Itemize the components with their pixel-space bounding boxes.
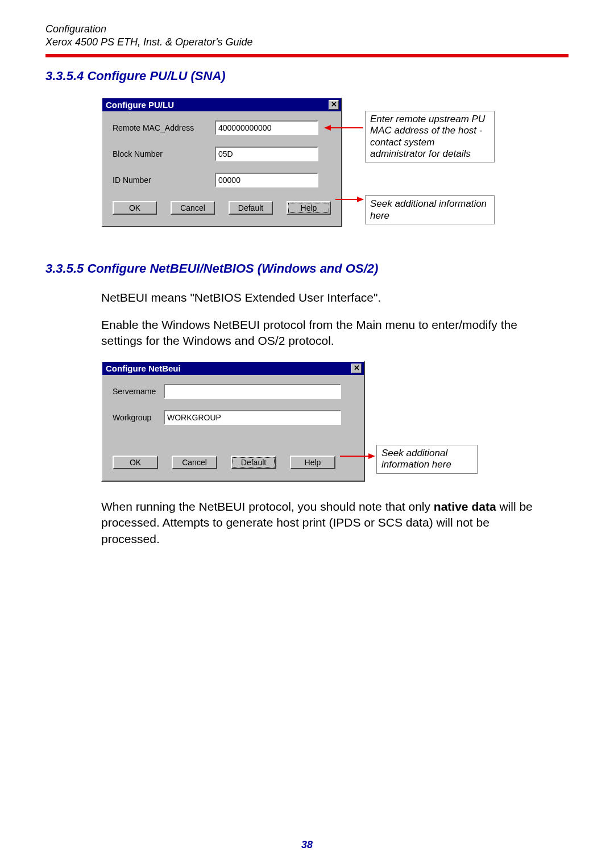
section2-heading: 3.3.5.5 Configure NetBEUI/NetBIOS (Windo…: [45, 261, 569, 276]
label-servername: Servername: [113, 387, 164, 396]
close-icon[interactable]: ✕: [351, 364, 362, 373]
callout-help-info: Seek additional information here: [365, 195, 495, 224]
dialog-configure-netbeui: Configure NetBeui ✕ Servername Workgroup…: [101, 361, 365, 482]
dialog-title: Configure PU/LU: [106, 100, 174, 110]
label-remote-mac: Remote MAC_Address: [113, 123, 215, 132]
callout-mac-address: Enter remote upstream PU MAC address of …: [365, 111, 495, 163]
section1-heading: 3.3.5.4 Configure PU/LU (SNA): [45, 69, 569, 84]
svg-marker-3: [357, 197, 364, 202]
header-rule: [45, 54, 569, 57]
help-button[interactable]: Help: [290, 456, 335, 469]
cancel-button[interactable]: Cancel: [172, 456, 217, 469]
ok-button[interactable]: OK: [113, 201, 157, 215]
default-button[interactable]: Default: [231, 456, 276, 469]
dialog-title: Configure NetBeui: [106, 364, 181, 373]
remote-mac-input[interactable]: [215, 120, 318, 135]
dialog-titlebar: Configure PU/LU ✕: [102, 98, 341, 111]
page-number: 38: [0, 839, 614, 851]
label-workgroup: Workgroup: [113, 413, 164, 422]
label-id-number: ID Number: [113, 176, 215, 185]
workgroup-input[interactable]: [164, 410, 341, 425]
callout-help-info-2: Seek additional information here: [376, 445, 478, 474]
para-enable-netbeui: Enable the Windows NetBEUI protocol from…: [101, 317, 546, 349]
para-native-data: When running the NetBEUI protocol, you s…: [101, 499, 546, 547]
svg-marker-5: [368, 453, 375, 459]
help-button[interactable]: Help: [287, 201, 331, 215]
figure-netbeui: Configure NetBeui ✕ Servername Workgroup…: [101, 361, 569, 482]
dialog-configure-pu-lu: Configure PU/LU ✕ Remote MAC_Address Blo…: [101, 97, 342, 227]
id-number-input[interactable]: [215, 173, 318, 187]
servername-input[interactable]: [164, 384, 341, 399]
block-number-input[interactable]: [215, 147, 318, 161]
ok-button[interactable]: OK: [113, 456, 158, 469]
default-button[interactable]: Default: [229, 201, 273, 215]
header-line1: Configuration: [45, 23, 569, 36]
close-icon[interactable]: ✕: [329, 100, 339, 110]
figure-pu-lu: Configure PU/LU ✕ Remote MAC_Address Blo…: [101, 97, 569, 227]
para-netbeui-meaning: NetBEUI means "NetBIOS Extended User Int…: [101, 290, 546, 306]
dialog-titlebar: Configure NetBeui ✕: [102, 362, 364, 375]
label-block-number: Block Number: [113, 149, 215, 158]
header-line2: Xerox 4500 PS ETH, Inst. & Operator's Gu…: [45, 36, 569, 49]
cancel-button[interactable]: Cancel: [171, 201, 215, 215]
